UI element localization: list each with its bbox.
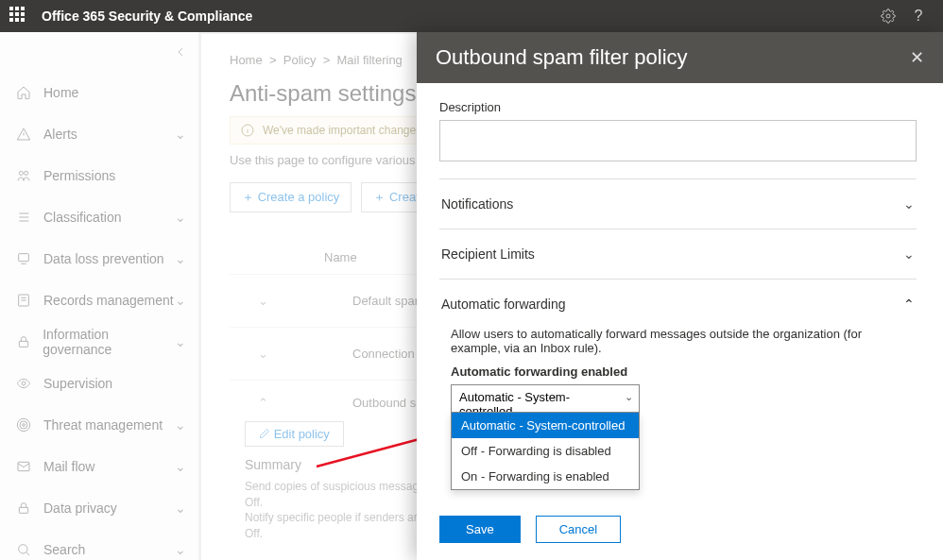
nav-item-threat-management[interactable]: Threat management⌄: [0, 404, 201, 446]
nav-label: Classification: [43, 210, 121, 225]
nav-collapse-button[interactable]: [0, 32, 201, 72]
notifications-section[interactable]: Notifications ⌄: [439, 178, 917, 229]
panel-header: Outbound spam filter policy ✕: [417, 32, 943, 83]
mail-icon: [15, 458, 32, 475]
chevron-down-icon: ⌄: [230, 294, 296, 308]
chevron-down-icon: ⌄: [175, 417, 186, 433]
chevron-down-icon: ⌄: [903, 196, 915, 212]
automatic-forwarding-header[interactable]: Automatic forwarding ⌃: [441, 297, 915, 312]
svg-rect-8: [19, 254, 29, 262]
nav-item-search[interactable]: Search⌄: [0, 529, 201, 560]
breadcrumb-current: Mail filtering: [337, 53, 403, 67]
nav-item-alerts[interactable]: Alerts⌄: [0, 113, 201, 155]
chevron-down-icon: ⌄: [175, 251, 186, 266]
chevron-down-icon: ⌄: [175, 459, 186, 474]
nav-label: Supervision: [43, 376, 112, 391]
records-icon: [15, 292, 32, 309]
search-icon: [15, 541, 32, 558]
automatic-forwarding-sublabel: Automatic forwarding enabled: [451, 365, 915, 379]
svg-point-0: [886, 14, 890, 18]
svg-rect-17: [18, 462, 29, 470]
nav-item-supervision[interactable]: Supervision: [0, 363, 201, 404]
chevron-down-icon: ⌄: [175, 334, 186, 349]
threat-icon: [15, 416, 32, 433]
nav-label: Data loss prevention: [43, 251, 164, 266]
chevron-down-icon: ⌄: [230, 347, 296, 361]
nav-item-classification[interactable]: Classification⌄: [0, 196, 201, 238]
nav-label: Data privacy: [43, 501, 117, 516]
nav-label: Mail flow: [43, 459, 94, 474]
nav-item-information-governance[interactable]: Information governance⌄: [0, 321, 201, 363]
chevron-left-icon: [173, 44, 188, 59]
svg-rect-18: [19, 507, 27, 513]
settings-gear-icon[interactable]: [873, 1, 903, 31]
lock-icon: [15, 500, 32, 517]
nav-label: Information governance: [43, 327, 175, 357]
nav-label: Alerts: [43, 127, 77, 142]
forwarding-dropdown-list: Automatic - System-controlled Off - Forw…: [451, 412, 640, 490]
app-title: Office 365 Security & Compliance: [42, 8, 252, 24]
alert-icon: [15, 126, 32, 143]
chevron-up-icon: ⌃: [230, 396, 296, 410]
nav-label: Home: [43, 85, 78, 100]
svg-point-3: [19, 171, 23, 175]
svg-point-16: [17, 418, 29, 431]
chevron-down-icon: ⌄: [903, 246, 915, 262]
topbar: Office 365 Security & Compliance ?: [0, 0, 943, 32]
nav-item-mail-flow[interactable]: Mail flow⌄: [0, 446, 201, 487]
panel-footer: Save Cancel: [417, 504, 943, 560]
nav-item-permissions[interactable]: Permissions: [0, 155, 201, 196]
svg-rect-12: [19, 341, 27, 347]
eye-icon: [15, 375, 32, 392]
cancel-button[interactable]: Cancel: [536, 516, 621, 543]
edit-policy-button[interactable]: Edit policy: [245, 421, 344, 447]
nav-label: Threat management: [43, 417, 163, 433]
flyout-panel: Outbound spam filter policy ✕ Descriptio…: [417, 32, 943, 560]
close-icon[interactable]: ✕: [910, 47, 924, 68]
app-launcher-icon[interactable]: [9, 7, 28, 25]
left-nav: HomeAlerts⌄PermissionsClassification⌄Dat…: [0, 32, 201, 560]
pencil-icon: [259, 428, 270, 439]
dropdown-option[interactable]: On - Forwarding is enabled: [452, 464, 639, 489]
svg-point-4: [25, 171, 28, 175]
permissions-icon: [15, 167, 32, 184]
automatic-forwarding-description: Allow users to automatically forward mes…: [451, 327, 915, 355]
nav-label: Permissions: [43, 168, 115, 183]
nav-item-data-privacy[interactable]: Data privacy⌄: [0, 487, 201, 529]
svg-line-20: [26, 552, 29, 555]
chevron-down-icon: ⌄: [175, 127, 186, 142]
forwarding-dropdown[interactable]: Automatic - System-controlled ⌄ Automati…: [451, 384, 640, 424]
list-icon: [15, 209, 32, 226]
dropdown-option[interactable]: Off - Forwarding is disabled: [452, 438, 639, 464]
breadcrumb-home[interactable]: Home: [230, 53, 263, 67]
description-label: Description: [439, 100, 917, 114]
breadcrumb-policy[interactable]: Policy: [283, 53, 317, 67]
description-input[interactable]: [439, 120, 917, 161]
dropdown-option[interactable]: Automatic - System-controlled: [452, 413, 639, 438]
svg-point-15: [20, 421, 27, 429]
nav-label: Search: [43, 542, 85, 557]
create-policy-button[interactable]: ＋ Create a policy: [230, 182, 351, 212]
recipient-limits-section[interactable]: Recipient Limits ⌄: [439, 229, 917, 279]
help-icon[interactable]: ?: [903, 1, 934, 31]
chevron-down-icon: ⌄: [175, 210, 186, 225]
nav-item-data-loss-prevention[interactable]: Data loss prevention⌄: [0, 238, 201, 280]
nav-item-records-management[interactable]: Records management⌄: [0, 280, 201, 321]
home-icon: [15, 84, 32, 101]
info-icon: [240, 123, 255, 138]
nav-label: Records management: [43, 293, 174, 308]
automatic-forwarding-section: Automatic forwarding ⌃ Allow users to au…: [439, 279, 917, 433]
panel-title: Outbound spam filter policy: [436, 45, 688, 70]
chevron-down-icon: ⌄: [175, 293, 186, 308]
lock-icon: [15, 333, 31, 350]
svg-point-19: [19, 545, 27, 553]
svg-point-13: [22, 382, 26, 385]
chevron-up-icon: ⌃: [903, 297, 915, 312]
chevron-down-icon: ⌄: [175, 501, 186, 516]
chevron-down-icon: ⌄: [175, 542, 186, 557]
dlp-icon: [15, 250, 32, 267]
save-button[interactable]: Save: [439, 516, 521, 543]
chevron-down-icon: ⌄: [625, 391, 633, 403]
svg-point-14: [23, 424, 26, 427]
nav-item-home[interactable]: Home: [0, 72, 201, 113]
